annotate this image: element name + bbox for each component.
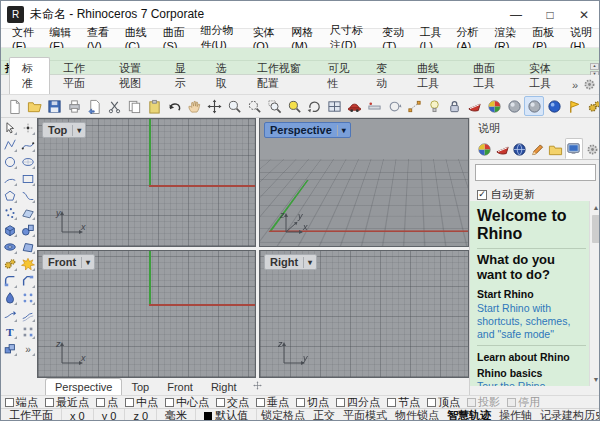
rendered-color-sphere-icon[interactable] (484, 96, 504, 116)
sidebar-more-icon[interactable]: » (20, 341, 36, 357)
viewport-perspective[interactable]: Perspective ▾ zyx (259, 118, 469, 247)
ellipse-icon[interactable] (20, 154, 36, 170)
blend-curve-icon[interactable] (20, 188, 36, 204)
scroll-down-icon[interactable]: ▼ (590, 373, 600, 386)
toolbar-tabs-gear-icon[interactable] (580, 75, 599, 94)
status-toggle-物件锁点[interactable]: 物件锁点 (391, 408, 443, 421)
flag-icon[interactable] (564, 96, 584, 116)
print-icon[interactable] (64, 96, 84, 116)
display-wedge-icon[interactable] (464, 96, 484, 116)
toolbar-tab-曲面工具[interactable]: 曲面工具 (460, 57, 516, 94)
shaded-sphere-icon-2[interactable] (524, 96, 544, 116)
viewport-layout-icon[interactable] (324, 96, 344, 116)
help-scrollbar[interactable]: ▲ ▼ (589, 201, 600, 386)
help-monitor-icon[interactable] (565, 138, 584, 159)
notes-pencil-icon[interactable] (529, 140, 546, 159)
undo-icon[interactable] (164, 96, 184, 116)
status-cell-x 0[interactable]: x 0 (62, 409, 94, 421)
copy-view-icon[interactable] (84, 96, 104, 116)
box-icon[interactable] (2, 222, 18, 238)
viewport-tab-Right[interactable]: Right (202, 379, 246, 395)
scroll-up-icon[interactable]: ▲ (590, 201, 600, 214)
new-document-icon[interactable] (4, 96, 24, 116)
surface-icon[interactable] (20, 205, 36, 221)
status-toggle-操作轴[interactable]: 操作轴 (495, 408, 536, 421)
gears-options-icon[interactable] (584, 96, 600, 116)
help-search-input[interactable] (475, 164, 596, 181)
toolbar-tab-选取[interactable]: 选取 (203, 57, 244, 94)
osnap-checkbox-最近点[interactable] (45, 398, 54, 407)
toolbar-tab-实体工具[interactable]: 实体工具 (516, 57, 572, 94)
sphere-solids-icon[interactable] (20, 222, 36, 238)
osnap-checkbox-中点[interactable] (125, 398, 134, 407)
osnap-checkbox-节点[interactable] (387, 398, 396, 407)
viewport-right[interactable]: Right ▾ zy (259, 250, 469, 378)
save-icon[interactable] (44, 96, 64, 116)
toolbar-tab-工作平面[interactable]: 工作平面 (50, 57, 106, 94)
point-edit-icon[interactable] (404, 96, 424, 116)
control-curve-icon[interactable] (20, 137, 36, 153)
zoom-dynamic-icon[interactable] (244, 96, 264, 116)
status-cell-默认值[interactable]: 默认值 (196, 409, 257, 421)
osnap-checkbox-四分点[interactable] (336, 398, 345, 407)
viewport-front-caret-icon[interactable]: ▾ (81, 257, 94, 268)
zoom-selected-icon[interactable] (284, 96, 304, 116)
status-cell-工作平面[interactable]: 工作平面 (1, 409, 62, 421)
viewport-top-caret-icon[interactable]: ▾ (72, 125, 85, 136)
dot-grid-icon[interactable] (20, 324, 36, 340)
status-cell-y 0[interactable]: y 0 (94, 409, 126, 421)
osnap-checkbox-停用[interactable] (507, 398, 516, 407)
move-viewport-icon[interactable] (252, 380, 263, 395)
osnap-checkbox-顶点[interactable] (427, 398, 436, 407)
circular-arrow-icon[interactable] (384, 96, 404, 116)
circle-icon[interactable] (2, 154, 18, 170)
osnap-checkbox-投影[interactable] (467, 398, 476, 407)
viewport-right-caret-icon[interactable]: ▾ (303, 257, 316, 268)
viewport-tab-Perspective[interactable]: Perspective (45, 378, 122, 395)
status-cell-毫米[interactable]: 毫米 (157, 409, 196, 421)
offset-curve-icon[interactable] (20, 307, 36, 323)
toolbar-tab-设置视图[interactable]: 设置视图 (106, 57, 162, 94)
text-icon[interactable]: T (2, 324, 18, 340)
rendered-blue-sphere-icon[interactable] (544, 96, 564, 116)
copy-icon[interactable] (124, 96, 144, 116)
extend-curve-icon[interactable] (2, 307, 18, 323)
rotate-view-icon[interactable] (304, 96, 324, 116)
display-wedge-tab-icon[interactable] (494, 140, 511, 159)
viewport-perspective-caret-icon[interactable]: ▾ (337, 125, 350, 136)
deform-icon[interactable] (20, 239, 36, 255)
osnap-checkbox-切点[interactable] (296, 398, 305, 407)
osnap-checkbox-交点[interactable] (216, 398, 225, 407)
explode-icon[interactable] (20, 256, 36, 272)
command-scroll-up-button[interactable]: ▲ (590, 63, 599, 70)
toolbar-tab-变动[interactable]: 变动 (363, 57, 404, 94)
status-toggle-平面模式[interactable]: 平面模式 (339, 408, 391, 421)
torus-icon[interactable] (2, 239, 18, 255)
status-cell-z 0[interactable]: z 0 (125, 409, 157, 421)
status-toggle-锁定格点[interactable]: 锁定格点 (257, 408, 309, 421)
fillet-icon[interactable] (2, 273, 18, 289)
scrollbar-thumb[interactable] (592, 215, 600, 243)
car-icon[interactable] (344, 96, 364, 116)
chamfer-icon[interactable] (20, 273, 36, 289)
drop-icon[interactable] (2, 290, 18, 306)
array-icon[interactable] (20, 290, 36, 306)
osnap-checkbox-垂点[interactable] (256, 398, 265, 407)
lock-icon[interactable] (444, 96, 464, 116)
move-view-icon[interactable] (204, 96, 224, 116)
select-pointer-icon[interactable] (2, 120, 18, 136)
viewport-perspective-label[interactable]: Perspective ▾ (264, 122, 351, 138)
block-icon[interactable] (2, 341, 18, 357)
toolbar-tab-工作视窗配置[interactable]: 工作视窗配置 (244, 57, 315, 94)
polyline-icon[interactable] (2, 137, 18, 153)
toolbar-tab-可见性[interactable]: 可见性 (315, 57, 363, 94)
paste-icon[interactable] (144, 96, 164, 116)
toolbar-tab-标准[interactable]: 标准 (9, 57, 50, 94)
arc-icon[interactable] (2, 171, 18, 187)
status-toggle-记录建构历史[interactable]: 记录建构历史 (536, 408, 600, 421)
open-file-icon[interactable] (24, 96, 44, 116)
polygon-icon[interactable] (2, 188, 18, 204)
osnap-checkbox-点[interactable] (96, 398, 105, 407)
osnap-checkbox-端点[interactable] (5, 398, 14, 407)
distance-icon[interactable] (364, 96, 384, 116)
